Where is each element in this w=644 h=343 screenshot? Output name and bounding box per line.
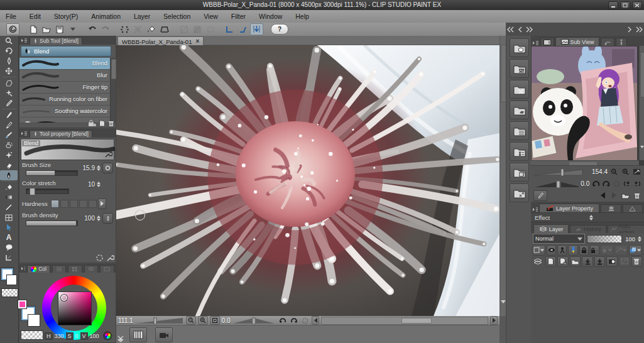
move-tool[interactable] — [0, 56, 18, 66]
hardness-segment-2[interactable] — [60, 200, 68, 208]
brush-density-dynamics-button[interactable] — [102, 213, 113, 224]
sub-view-tab[interactable]: Sub View — [555, 37, 599, 46]
color-history-tab[interactable] — [100, 265, 114, 273]
layer-opacity-stepper[interactable] — [637, 236, 642, 242]
color-stretch-slider[interactable] — [26, 188, 69, 194]
frame-border-tool[interactable] — [0, 212, 18, 222]
blend-tool-selected[interactable] — [0, 170, 18, 180]
layer-tab[interactable]: Layer — [533, 224, 569, 233]
val-value[interactable]: 100 — [90, 333, 99, 339]
new-sub-tool-icon[interactable] — [99, 120, 106, 127]
balloon-tool[interactable] — [0, 242, 18, 253]
brush-size-value[interactable]: 15.9 — [80, 165, 95, 172]
clip-studio-button[interactable] — [6, 23, 19, 35]
panel-menu-icon[interactable] — [21, 38, 28, 43]
crop-button[interactable] — [178, 24, 190, 35]
sub-view-rotation-value[interactable]: 0.0 — [581, 180, 589, 187]
sub-view-eyedropper-toggle[interactable] — [533, 190, 547, 201]
reset-rotation-button[interactable] — [300, 316, 310, 325]
zoom-out-button[interactable] — [186, 316, 196, 325]
brush-tool[interactable] — [0, 130, 18, 140]
sub-view-next-button[interactable] — [609, 191, 619, 200]
canvas-artwork[interactable] — [116, 45, 499, 316]
open-file-button[interactable] — [40, 24, 52, 35]
navigator-tab[interactable] — [540, 38, 554, 46]
gradient-tool[interactable] — [0, 192, 18, 202]
material-3d-button[interactable] — [510, 38, 529, 57]
vscroll-down-arrow[interactable] — [501, 303, 506, 315]
save-options-dropdown[interactable] — [67, 24, 79, 35]
document-tab[interactable]: WBBB-Polar_X_Panda-01 × — [117, 36, 204, 46]
new-raster-layer-button[interactable] — [545, 256, 557, 267]
hardness-segment-1[interactable] — [51, 200, 59, 208]
snap-ruler-button[interactable] — [224, 24, 236, 35]
selection-area-dropdown[interactable] — [533, 245, 545, 256]
object-tool[interactable] — [0, 222, 18, 232]
canvas-vertical-scrollbar[interactable] — [499, 36, 506, 316]
ruler-tool[interactable] — [0, 253, 18, 263]
decoration-tool[interactable] — [0, 150, 18, 160]
airbrush-tool[interactable] — [0, 140, 18, 150]
ruler-range-button[interactable] — [614, 245, 628, 256]
dock-next-icon[interactable] — [625, 25, 635, 34]
rotate-cw-button[interactable] — [289, 316, 298, 325]
sub-view-rotation-slider[interactable] — [533, 180, 579, 188]
eyedropper-tool[interactable] — [0, 98, 18, 108]
auto-action-tab[interactable]: Auto Action — [608, 225, 644, 233]
sub-view-rotate-cw-button[interactable] — [602, 180, 611, 188]
rotate-ccw-button[interactable] — [278, 316, 287, 325]
trim-button[interactable] — [191, 24, 203, 35]
create-layer-mask-button[interactable] — [606, 256, 618, 267]
delete-layer-button[interactable] — [631, 256, 643, 267]
menu-layer[interactable]: Layer — [128, 10, 156, 23]
sub-view-previous-button[interactable] — [598, 191, 608, 200]
color-stretch-stepper[interactable] — [96, 182, 101, 187]
color-wheel-shortcut-icon[interactable] — [103, 331, 112, 340]
transparent-color-swatch[interactable] — [1, 288, 18, 297]
material-brush-button[interactable] — [510, 101, 529, 119]
item-bank-tab[interactable] — [601, 38, 614, 46]
material-expand-button[interactable] — [510, 183, 529, 202]
hardness-segment-5[interactable] — [89, 200, 97, 208]
lock-transparent-pixels-button[interactable] — [590, 245, 599, 256]
layer-color-dropdown[interactable] — [629, 245, 642, 256]
document-close-icon[interactable]: × — [195, 38, 199, 45]
menu-view[interactable]: View — [198, 10, 224, 23]
figure-tool[interactable] — [0, 202, 18, 212]
sub-view-zoom-out-button[interactable] — [609, 168, 619, 177]
close-button[interactable] — [632, 1, 642, 9]
material-3d-2-button[interactable] — [510, 163, 529, 182]
menu-window[interactable]: Window — [253, 10, 288, 23]
panel-menu-icon[interactable] — [532, 207, 538, 212]
lock-layer-button[interactable] — [579, 245, 589, 256]
layer-property-warn-tab[interactable] — [623, 204, 643, 212]
wrench-icon[interactable] — [104, 150, 112, 158]
undo-button[interactable] — [86, 24, 98, 35]
pencil-tool[interactable] — [0, 120, 18, 130]
sub-view-flip-horizontal-button[interactable] — [623, 180, 631, 188]
sub-view-reset-rotation-button[interactable] — [612, 180, 621, 188]
menu-edit[interactable]: Edit — [24, 10, 46, 23]
saturation-value-square[interactable] — [58, 291, 92, 325]
sub-view-rotate-ccw-button[interactable] — [591, 180, 600, 188]
timeline-collapse-down-icon[interactable] — [117, 334, 124, 343]
hardness-segment-4[interactable] — [79, 200, 87, 208]
panel-menu-icon[interactable] — [532, 40, 539, 46]
layer-property-alt-tab[interactable] — [601, 204, 621, 212]
brush-size-stepper[interactable] — [96, 165, 101, 171]
material-image-button[interactable] — [510, 59, 529, 78]
canvas-rotation-value[interactable]: 0.0 — [222, 317, 231, 324]
canvas-zoom-value[interactable]: 111.1 — [118, 317, 133, 324]
help-button[interactable]: ? — [271, 24, 288, 35]
sub-tool-item-finger-tip[interactable]: Finger tip — [19, 82, 116, 94]
menu-filter[interactable]: Filter — [226, 10, 251, 23]
sub-view-zoom-slider[interactable] — [533, 168, 584, 176]
deselect-button[interactable] — [119, 24, 131, 35]
sub-view-flip-vertical-button[interactable] — [633, 180, 641, 188]
transparent-color-swatch[interactable] — [21, 330, 43, 340]
information-tab[interactable] — [616, 38, 627, 46]
hardness-expand-button[interactable] — [98, 199, 106, 209]
sub-view-horizontal-scrollbar[interactable] — [531, 160, 639, 165]
blend-mode-select[interactable]: Normal — [533, 234, 585, 244]
fit-to-screen-button[interactable] — [210, 316, 220, 325]
